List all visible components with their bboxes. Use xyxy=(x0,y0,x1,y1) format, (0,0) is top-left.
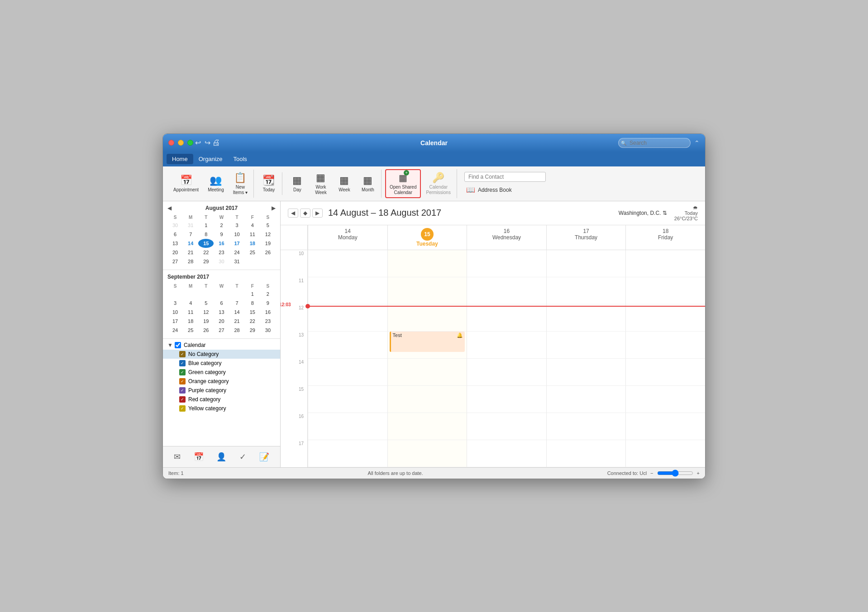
aug-day-cell[interactable]: 9 xyxy=(214,230,229,239)
aug-day-cell[interactable]: 30 xyxy=(214,257,229,266)
sep-day-cell[interactable]: 7 xyxy=(229,299,245,308)
zoom-minus[interactable]: − xyxy=(650,470,653,476)
sep-day-cell[interactable]: 21 xyxy=(229,317,245,326)
sep-day-cell[interactable]: 25 xyxy=(183,326,198,335)
day-time-cell[interactable] xyxy=(387,386,467,413)
aug-day-cell[interactable]: 27 xyxy=(167,257,183,266)
day-time-cell[interactable] xyxy=(387,440,467,467)
day-time-cell[interactable] xyxy=(546,413,626,440)
day-time-cell[interactable] xyxy=(625,250,705,277)
day-time-cell[interactable] xyxy=(467,359,546,386)
day-time-cell[interactable] xyxy=(467,413,546,440)
aug-day-cell[interactable]: 31 xyxy=(183,221,198,230)
close-button[interactable] xyxy=(168,140,174,146)
sep-day-cell[interactable] xyxy=(214,289,229,299)
aug-day-cell[interactable]: 20 xyxy=(167,248,183,257)
day-time-cell[interactable] xyxy=(546,359,626,386)
nav-notes-button[interactable]: 📝 xyxy=(256,450,273,464)
day-time-cell[interactable] xyxy=(308,386,387,413)
sep-day-cell[interactable]: 6 xyxy=(214,299,229,308)
category-item[interactable]: ✓Red category xyxy=(163,395,280,404)
aug-day-cell[interactable]: 30 xyxy=(167,221,183,230)
sep-day-cell[interactable]: 14 xyxy=(229,308,245,317)
day-time-cell[interactable] xyxy=(467,304,546,332)
day-header-17[interactable]: 17 Thursday xyxy=(546,225,626,250)
aug-day-cell[interactable]: 12 xyxy=(260,230,276,239)
day-time-cell[interactable] xyxy=(467,386,546,413)
redo-button[interactable]: ↪ xyxy=(203,138,212,148)
aug-day-cell[interactable]: 6 xyxy=(167,230,183,239)
sep-day-cell[interactable]: 13 xyxy=(214,308,229,317)
sep-day-cell[interactable]: 20 xyxy=(214,317,229,326)
aug-day-cell[interactable]: 28 xyxy=(183,257,198,266)
day-time-cell[interactable] xyxy=(625,413,705,440)
sep-day-cell[interactable]: 18 xyxy=(183,317,198,326)
address-book-button[interactable]: 📖 Address Book xyxy=(464,185,546,195)
day-header-14[interactable]: 14 Monday xyxy=(308,225,387,250)
aug-day-cell[interactable]: 18 xyxy=(245,239,260,248)
sep-day-cell[interactable]: 23 xyxy=(260,317,276,326)
day-time-cell[interactable] xyxy=(308,250,387,277)
day-time-cell[interactable] xyxy=(625,359,705,386)
aug-day-cell[interactable]: 16 xyxy=(214,239,229,248)
sep-day-cell[interactable]: 29 xyxy=(245,326,260,335)
calendar-permissions-button[interactable]: 🔑 CalendarPermissions xyxy=(422,170,454,198)
day-time-cell[interactable] xyxy=(308,277,387,304)
day-time-cell[interactable] xyxy=(546,250,626,277)
today-button[interactable]: 📆 Today xyxy=(258,172,280,195)
find-contact-input[interactable] xyxy=(464,172,546,182)
nav-mail-button[interactable]: ✉ xyxy=(170,450,184,464)
aug-day-cell[interactable]: 25 xyxy=(245,248,260,257)
sep-day-cell[interactable]: 19 xyxy=(198,317,214,326)
aug-day-cell[interactable]: 8 xyxy=(198,230,214,239)
sep-day-cell[interactable]: 28 xyxy=(229,326,245,335)
day-header-18[interactable]: 18 Friday xyxy=(625,225,705,250)
aug-day-cell[interactable]: 23 xyxy=(214,248,229,257)
day-time-cell[interactable] xyxy=(467,277,546,304)
sep-day-cell[interactable] xyxy=(198,289,214,299)
aug-day-cell[interactable]: 31 xyxy=(229,257,245,266)
print-button[interactable]: 🖨 xyxy=(212,138,220,147)
new-items-button[interactable]: 📋 NewItems ▾ xyxy=(229,170,252,198)
aug-day-cell[interactable]: 5 xyxy=(260,221,276,230)
day-time-cell[interactable] xyxy=(625,440,705,467)
aug-day-cell[interactable]: 3 xyxy=(229,221,245,230)
nav-tasks-button[interactable]: ✓ xyxy=(236,450,250,464)
open-shared-calendar-button[interactable]: ▦+ Open SharedCalendar xyxy=(385,169,421,198)
aug-day-cell[interactable]: 24 xyxy=(229,248,245,257)
aug-day-cell[interactable]: 21 xyxy=(183,248,198,257)
day-time-cell[interactable] xyxy=(625,304,705,332)
day-time-cell[interactable] xyxy=(625,332,705,359)
zoom-slider[interactable] xyxy=(657,470,693,477)
work-week-button[interactable]: ▦ WorkWeek xyxy=(310,170,332,198)
day-time-cell[interactable] xyxy=(387,250,467,277)
day-time-cell[interactable] xyxy=(467,440,546,467)
sep-day-cell[interactable]: 12 xyxy=(198,308,214,317)
aug-day-cell[interactable]: 19 xyxy=(260,239,276,248)
category-item[interactable]: ✓Green category xyxy=(163,368,280,377)
day-time-cell[interactable] xyxy=(546,386,626,413)
aug-day-cell[interactable]: 17 xyxy=(229,239,245,248)
month-button[interactable]: ▦ Month xyxy=(357,172,379,195)
menu-item-tools[interactable]: Tools xyxy=(228,154,252,164)
day-time-cell[interactable] xyxy=(387,277,467,304)
meeting-button[interactable]: 👥 Meeting xyxy=(204,172,228,195)
appointment-button[interactable]: 📅 Appointment xyxy=(169,172,203,195)
day-time-cell[interactable] xyxy=(308,332,387,359)
aug-day-cell[interactable]: 4 xyxy=(245,221,260,230)
day-time-cell[interactable] xyxy=(308,359,387,386)
sep-day-cell[interactable]: 5 xyxy=(198,299,214,308)
search-input[interactable] xyxy=(618,138,691,148)
calendar-folder-checkbox[interactable] xyxy=(175,342,181,348)
day-header-16[interactable]: 16 Wednesday xyxy=(467,225,546,250)
day-header-15[interactable]: 15 Tuesday xyxy=(387,225,467,250)
sep-day-cell[interactable]: 17 xyxy=(167,317,183,326)
menu-item-home[interactable]: Home xyxy=(167,154,193,164)
aug-day-cell[interactable]: 29 xyxy=(198,257,214,266)
day-time-cell[interactable] xyxy=(308,440,387,467)
aug-day-cell[interactable]: 10 xyxy=(229,230,245,239)
sep-day-cell[interactable]: 30 xyxy=(260,326,276,335)
nav-contacts-button[interactable]: 👤 xyxy=(213,450,230,464)
sep-day-cell[interactable]: 1 xyxy=(245,289,260,299)
sep-day-cell[interactable]: 22 xyxy=(245,317,260,326)
